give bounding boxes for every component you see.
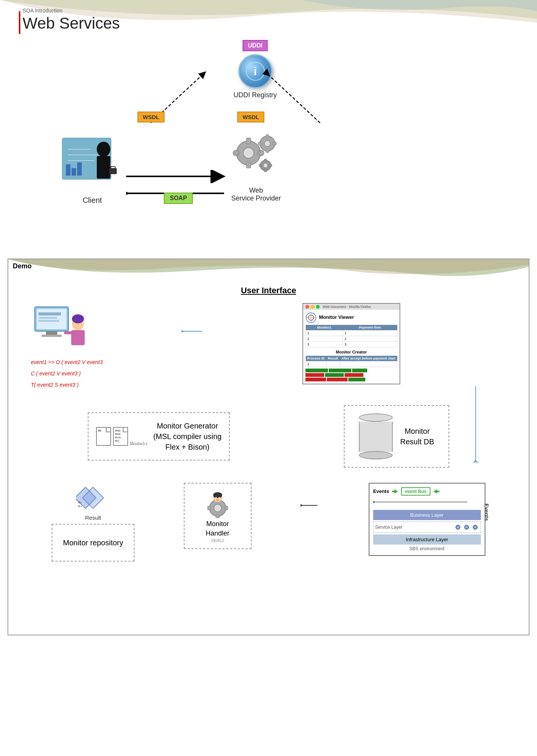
monitor-repository-box: Monitor repository [52, 524, 134, 562]
svg-text:R<: R< [78, 505, 82, 508]
database-icon [359, 413, 393, 459]
events-top-label: Events [373, 488, 389, 494]
arrow-client-to-provider [126, 170, 228, 183]
svg-rect-49 [64, 331, 72, 334]
svg-rect-37 [259, 164, 262, 167]
subtitle: SOA Introduction [23, 8, 514, 14]
sbs-label: SBS environment [373, 546, 481, 551]
svg-rect-30 [266, 149, 269, 153]
col-monitor1: Monitor1 [306, 325, 343, 331]
client-figure: Client [60, 134, 124, 205]
svg-rect-9 [72, 168, 76, 176]
svg-rect-14 [111, 167, 115, 169]
col-payment: Payment then [343, 325, 397, 331]
blue-connector-line [475, 386, 476, 461]
svg-point-67 [215, 497, 217, 499]
svg-rect-63 [207, 506, 211, 510]
file-icon-monitor3: #incl#inclint mint { [113, 427, 128, 446]
ui-section-label: User Interface [8, 286, 529, 295]
monitor-creator-title: Monitor Creator [305, 350, 397, 354]
svg-rect-12 [97, 156, 110, 179]
svg-point-11 [97, 142, 110, 157]
gear-person-icon [203, 489, 233, 519]
business-layer-box: Business Layer [373, 510, 481, 520]
svg-text:R>: R> [78, 501, 82, 504]
svg-rect-44 [38, 317, 57, 319]
event-text-1: event1 => O ( event2 V event3 [31, 358, 103, 367]
wsdl-right-badge: WSDL [237, 112, 264, 122]
provider-figure: WebService Provider [228, 132, 284, 202]
monitor-viewer-window: Web Document - Mozilla Firefox Monitor V… [302, 303, 400, 384]
monitor-result-db-label: MonitorResult DB [400, 426, 434, 447]
service-layer-label: Service Layer [375, 525, 403, 530]
svg-rect-35 [264, 159, 267, 162]
svg-rect-62 [216, 515, 220, 518]
svg-rect-29 [266, 135, 269, 138]
svg-rect-41 [41, 335, 62, 337]
monitor-viewer-title: Monitor Viewer [319, 314, 354, 320]
svg-point-72 [457, 526, 459, 528]
handler-to-sbs-arrow [301, 502, 319, 509]
svg-rect-19 [246, 138, 251, 144]
col-process-id: Process ID [306, 356, 326, 361]
uddi-badge: UDDI [243, 40, 268, 51]
svg-rect-64 [225, 506, 228, 510]
events-right-label: Events [484, 503, 490, 521]
demo-label: Demo [13, 262, 32, 270]
diamond-icons: R> R< [76, 483, 110, 513]
svg-point-76 [474, 526, 476, 528]
svg-point-60 [214, 504, 221, 512]
client-icon [60, 134, 124, 194]
svg-rect-42 [37, 309, 67, 329]
person-at-computer-icon [31, 303, 91, 356]
infrastructure-layer-box: Infrastructure Layer [373, 534, 481, 545]
svg-point-74 [465, 526, 468, 528]
wsdl-left-badge: WSDL [137, 112, 165, 122]
svg-point-18 [243, 148, 254, 158]
svg-rect-43 [38, 312, 61, 315]
event-bus-arrow-right [433, 488, 439, 494]
provider-label: WebService Provider [231, 187, 281, 202]
monitor-generator-box: Mc #incl#inclint mint { Monitor3.c Monit… [88, 412, 230, 461]
sbs-environment-box: Events event Bus [369, 483, 485, 556]
svg-rect-38 [269, 164, 272, 167]
svg-point-34 [263, 163, 268, 168]
svg-point-47 [72, 314, 84, 323]
svg-point-28 [264, 141, 270, 147]
file-icon-mc: Mc [96, 427, 111, 446]
svg-line-3 [267, 74, 320, 123]
blue-line-arrow [473, 459, 478, 465]
monitor-result-db-box: MonitorResult DB [344, 405, 449, 468]
svg-rect-8 [66, 164, 70, 176]
event-text-2: C ( event2 V event3 ) [31, 369, 81, 378]
monitor-repository-label: Monitor repository [63, 537, 123, 548]
col-result: Result [326, 356, 340, 361]
svg-rect-20 [246, 162, 251, 168]
event-to-window-arrow [182, 326, 204, 337]
event-bus-badge: event Bus [401, 487, 430, 496]
svg-rect-36 [264, 169, 267, 172]
event-bus-arrow-left [392, 488, 398, 494]
svg-point-66 [213, 492, 222, 498]
service-layer-icons [454, 523, 479, 531]
client-label: Client [82, 196, 102, 205]
demo-section: Demo User Interface [8, 259, 529, 635]
svg-rect-10 [77, 162, 82, 176]
svg-point-68 [218, 497, 220, 499]
monitor-handler-box: MonitorHandler VERL2 [184, 483, 252, 549]
gears-icon [228, 132, 284, 185]
event-text-3: T( event2 S event3 ) [31, 380, 79, 390]
svg-rect-40 [46, 331, 57, 335]
result-label: Result [85, 514, 101, 521]
events-arrow-left [373, 499, 471, 505]
svg-rect-32 [273, 142, 276, 145]
svg-rect-45 [38, 320, 59, 322]
page-title: Web Services [23, 14, 514, 32]
monitor-handler-label: MonitorHandler [206, 519, 229, 538]
monitor-generator-label: Monitor Generator(MSL compiler usingFlex… [153, 421, 222, 452]
soap-badge: SOAP [164, 193, 193, 204]
svg-rect-31 [258, 142, 262, 145]
svg-rect-48 [71, 330, 85, 345]
